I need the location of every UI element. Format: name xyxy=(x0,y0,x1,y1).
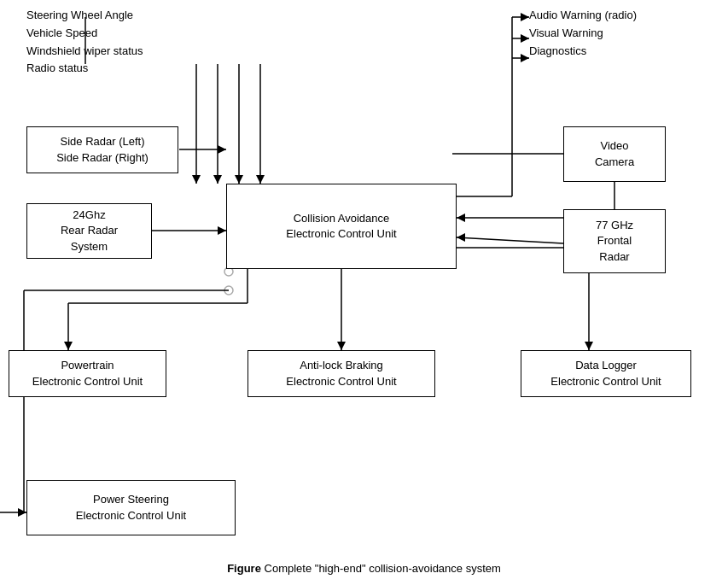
svg-line-15 xyxy=(457,156,563,212)
svg-marker-8 xyxy=(256,175,265,184)
video-camera-label: VideoCamera xyxy=(595,138,634,169)
figure-text: Complete "high-end" collision-avoidance … xyxy=(265,562,501,575)
frontal-radar-label: 77 GHzFrontalRadar xyxy=(596,218,633,265)
svg-marker-23 xyxy=(521,54,529,62)
data-logger-box: Data LoggerElectronic Control Unit xyxy=(521,350,691,397)
svg-marker-37 xyxy=(337,342,346,350)
abs-ecu-box: Anti-lock BrakingElectronic Control Unit xyxy=(248,350,435,397)
figure-caption: Figure Complete "high-end" collision-avo… xyxy=(227,562,501,575)
svg-marker-29 xyxy=(457,233,465,242)
power-steering-box: Power SteeringElectronic Control Unit xyxy=(26,480,236,535)
svg-marker-27 xyxy=(457,214,465,222)
svg-line-28 xyxy=(457,237,563,243)
main-ecu-box: Collision AvoidanceElectronic Control Un… xyxy=(226,184,457,269)
top-input-labels: Steering Wheel Angle Vehicle Speed Winds… xyxy=(26,7,143,78)
top-output-labels: Audio Warning (radio) Visual Warning Dia… xyxy=(529,7,637,60)
svg-marker-35 xyxy=(64,342,73,350)
svg-marker-21 xyxy=(521,34,529,43)
data-logger-label: Data LoggerElectronic Control Unit xyxy=(550,358,661,389)
svg-line-14 xyxy=(452,167,563,205)
rear-radar-box: 24GhzRear RadarSystem xyxy=(26,203,152,259)
side-radar-label: Side Radar (Left)Side Radar (Right) xyxy=(56,134,149,165)
svg-point-31 xyxy=(224,286,233,295)
abs-ecu-label: Anti-lock BrakingElectronic Control Unit xyxy=(286,358,396,389)
svg-line-24 xyxy=(457,158,563,218)
video-camera-box: VideoCamera xyxy=(563,126,666,182)
svg-marker-12 xyxy=(218,226,226,235)
svg-marker-4 xyxy=(213,175,222,184)
main-ecu-label: Collision AvoidanceElectronic Control Un… xyxy=(286,211,396,242)
svg-marker-42 xyxy=(585,342,593,350)
power-steering-label: Power SteeringElectronic Control Unit xyxy=(76,492,186,523)
side-radar-box: Side Radar (Left)Side Radar (Right) xyxy=(26,126,178,173)
svg-marker-6 xyxy=(235,175,243,184)
powertrain-ecu-box: PowertrainElectronic Control Unit xyxy=(9,350,166,397)
svg-marker-19 xyxy=(521,13,529,21)
diagram-container: Steering Wheel Angle Vehicle Speed Winds… xyxy=(0,0,728,585)
svg-marker-44 xyxy=(18,508,26,517)
frontal-radar-box: 77 GHzFrontalRadar xyxy=(563,209,666,273)
powertrain-ecu-label: PowertrainElectronic Control Unit xyxy=(32,358,143,389)
rear-radar-label: 24GhzRear RadarSystem xyxy=(61,208,118,254)
svg-marker-10 xyxy=(218,145,226,154)
svg-marker-2 xyxy=(192,175,201,184)
figure-label: Figure xyxy=(227,562,261,575)
